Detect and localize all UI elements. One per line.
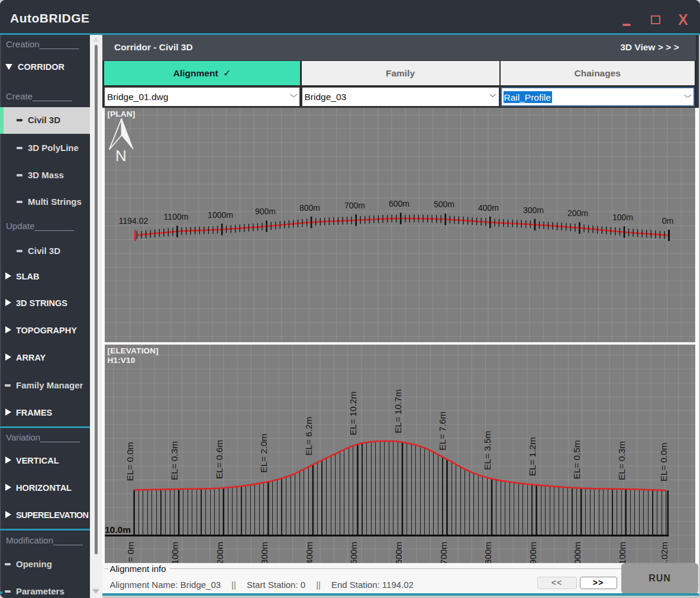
svg-text:100m: 100m xyxy=(612,213,633,222)
svg-text:EL= 0.0m: EL= 0.0m xyxy=(658,442,668,481)
svg-text:100m: 100m xyxy=(170,542,180,564)
svg-text:700m: 700m xyxy=(438,542,448,564)
svg-text:900m: 900m xyxy=(254,207,275,216)
svg-text:EL= 6.2m: EL= 6.2m xyxy=(303,417,313,456)
svg-text:300m: 300m xyxy=(522,205,543,215)
svg-text:500m: 500m xyxy=(349,542,359,564)
svg-text:200m: 200m xyxy=(567,208,588,218)
svg-text:CH.= 0m: CH.= 0m xyxy=(125,542,135,564)
svg-text:EL= 1.2m: EL= 1.2m xyxy=(527,437,537,476)
svg-text:EL= 0.3m: EL= 0.3m xyxy=(169,441,179,480)
svg-text:1194.02m: 1194.02m xyxy=(659,542,669,564)
svg-text:200m: 200m xyxy=(214,542,224,564)
svg-text:EL= 7.6m: EL= 7.6m xyxy=(437,411,447,451)
svg-text:800m: 800m xyxy=(483,542,493,564)
svg-text:700m: 700m xyxy=(344,201,364,210)
svg-text:900m: 900m xyxy=(527,542,537,564)
svg-text:10.0m: 10.0m xyxy=(105,525,131,535)
svg-text:EL= 0.0m: EL= 0.0m xyxy=(124,442,134,481)
svg-text:1194.02: 1194.02 xyxy=(118,216,148,226)
svg-text:EL= 0.5m: EL= 0.5m xyxy=(572,441,582,480)
svg-text:EL= 3.5m: EL= 3.5m xyxy=(482,431,492,470)
svg-text:600m: 600m xyxy=(388,199,409,208)
svg-text:EL= 10.2m: EL= 10.2m xyxy=(348,391,358,435)
svg-text:400m: 400m xyxy=(304,542,314,564)
svg-text:EL= 0.6m: EL= 0.6m xyxy=(214,440,224,479)
svg-text:EL= 2.0m: EL= 2.0m xyxy=(259,434,269,473)
svg-text:500m: 500m xyxy=(433,200,454,209)
svg-text:600m: 600m xyxy=(393,542,404,564)
svg-text:400m: 400m xyxy=(478,203,498,213)
svg-text:300m: 300m xyxy=(259,542,269,564)
svg-text:EL= 0.3m: EL= 0.3m xyxy=(616,441,626,480)
svg-text:1000m: 1000m xyxy=(572,542,582,564)
svg-text:EL= 10.7m: EL= 10.7m xyxy=(393,389,403,433)
svg-text:N: N xyxy=(115,147,127,165)
svg-text:800m: 800m xyxy=(299,203,320,213)
svg-text:1000m: 1000m xyxy=(208,210,233,220)
svg-text:1100m: 1100m xyxy=(163,212,188,221)
svg-text:1100m: 1100m xyxy=(617,542,627,564)
svg-text:0m: 0m xyxy=(662,216,673,226)
